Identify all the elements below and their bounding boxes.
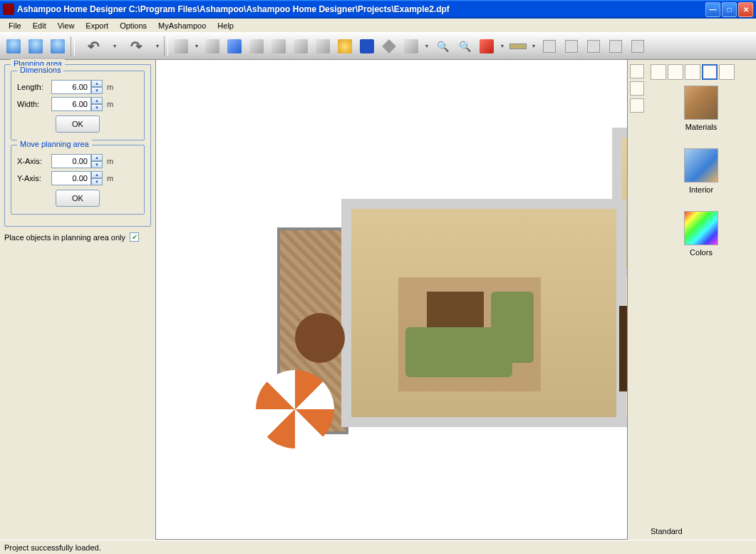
catalog-footer: Standard — [651, 523, 752, 535]
minimize-button[interactable]: — — [705, 2, 720, 17]
x-down[interactable]: ▼ — [91, 161, 103, 168]
floor-button[interactable] — [378, 36, 400, 57]
object-1-dropdown[interactable] — [192, 43, 201, 49]
toolbar: ↶ ↷ 🔍 🔍 — [0, 33, 756, 60]
y-unit: m — [107, 174, 113, 183]
colors-icon — [684, 211, 718, 245]
tool-4-button[interactable] — [605, 36, 626, 57]
tool-2-button[interactable] — [561, 36, 582, 57]
x-axis-label: X-Axis: — [17, 157, 47, 165]
category-materials[interactable]: Materials — [651, 86, 752, 131]
y-axis-label: Y-Axis: — [17, 174, 47, 183]
materials-label: Materials — [685, 123, 718, 131]
tool-1-button[interactable] — [539, 36, 560, 57]
object-8-dropdown[interactable] — [423, 43, 431, 49]
width-up[interactable]: ▲ — [91, 97, 103, 104]
x-axis-input[interactable] — [51, 154, 91, 168]
menu-export[interactable]: Export — [80, 20, 114, 31]
object-4-button[interactable] — [246, 36, 267, 57]
place-objects-label: Place objects in planning area only — [4, 233, 125, 242]
tool-5-button[interactable] — [627, 36, 648, 57]
length-label: Length: — [17, 83, 47, 91]
x-up[interactable]: ▲ — [91, 154, 103, 161]
menubar: File Edit View Export Options MyAshampoo… — [0, 19, 756, 33]
view-top-button[interactable] — [3, 36, 24, 57]
move-group: Move planning area X-Axis: ▲▼ m Y-Axis: … — [11, 145, 145, 215]
render-dropdown[interactable] — [498, 43, 507, 49]
close-button[interactable]: ✕ — [738, 2, 753, 17]
object-6-button[interactable] — [290, 36, 311, 57]
length-input[interactable] — [51, 80, 91, 94]
catalog-tab-4[interactable] — [702, 64, 718, 80]
nav-folder-button[interactable] — [630, 81, 644, 96]
render-button[interactable] — [476, 36, 497, 57]
viewport-canvas[interactable] — [155, 60, 628, 540]
nav-open-button[interactable] — [630, 98, 644, 113]
width-label: Width: — [17, 100, 47, 108]
menu-myashampoo[interactable]: MyAshampoo — [152, 20, 212, 31]
object-8-button[interactable] — [400, 36, 422, 57]
status-bar: Project successfully loaded. — [0, 540, 756, 554]
redo-button[interactable]: ↷ — [120, 36, 152, 57]
place-objects-checkbox[interactable]: ✔ — [130, 232, 139, 242]
floor-plan-3d — [277, 128, 628, 434]
menu-file[interactable]: File — [3, 20, 27, 31]
zoom-in-button[interactable]: 🔍 — [432, 36, 453, 57]
menu-edit[interactable]: Edit — [27, 20, 52, 31]
y-axis-input[interactable] — [51, 171, 91, 185]
roof-button[interactable] — [356, 36, 378, 57]
object-1-button[interactable] — [170, 36, 192, 57]
undo-dropdown[interactable] — [110, 43, 119, 49]
width-down[interactable]: ▼ — [91, 104, 103, 111]
object-5-button[interactable] — [268, 36, 289, 57]
left-panel: Planning area Dimensions Length: ▲▼ m Wi… — [0, 60, 155, 540]
planning-area-group: Planning area Dimensions Length: ▲▼ m Wi… — [4, 64, 151, 227]
y-down[interactable]: ▼ — [91, 178, 103, 185]
catalog-tab-1[interactable] — [651, 64, 666, 80]
maximize-button[interactable]: □ — [722, 2, 737, 17]
window-title: Ashampoo Home Designer C:\Program Files\… — [17, 4, 705, 14]
colors-label: Colors — [690, 248, 713, 257]
category-colors[interactable]: Colors — [651, 211, 752, 257]
view-3d-button[interactable] — [47, 36, 68, 57]
materials-icon — [684, 86, 718, 120]
y-up[interactable]: ▲ — [91, 171, 103, 178]
length-unit: m — [107, 83, 113, 91]
dimensions-title: Dimensions — [17, 66, 63, 74]
view-perspective-button[interactable] — [25, 36, 46, 57]
interior-label: Interior — [689, 185, 713, 194]
undo-button[interactable]: ↶ — [77, 36, 110, 57]
object-3-button[interactable] — [224, 36, 245, 57]
ruler-dropdown[interactable] — [529, 43, 538, 49]
tool-3-button[interactable] — [583, 36, 604, 57]
object-7-button[interactable] — [312, 36, 333, 57]
app-icon — [3, 4, 14, 15]
menu-view[interactable]: View — [52, 20, 81, 31]
catalog-tab-5[interactable] — [719, 64, 735, 80]
x-unit: m — [107, 157, 113, 165]
move-ok-button[interactable]: OK — [56, 190, 100, 207]
dimensions-group: Dimensions Length: ▲▼ m Width: ▲▼ m — [11, 71, 145, 140]
nav-home-button[interactable] — [630, 64, 644, 78]
catalog-tab-3[interactable] — [685, 64, 700, 80]
right-column — [628, 60, 646, 540]
width-unit: m — [107, 100, 113, 108]
width-input[interactable] — [51, 97, 91, 111]
interior-icon — [684, 148, 718, 183]
titlebar: Ashampoo Home Designer C:\Program Files\… — [0, 0, 756, 19]
menu-help[interactable]: Help — [212, 20, 239, 31]
object-2-button[interactable] — [202, 36, 223, 57]
redo-dropdown[interactable] — [153, 43, 162, 49]
catalog-tabs — [651, 64, 752, 80]
menu-options[interactable]: Options — [114, 20, 152, 31]
status-text: Project successfully loaded. — [4, 543, 101, 552]
dimensions-ok-button[interactable]: OK — [56, 116, 100, 133]
light-button[interactable] — [334, 36, 356, 57]
right-panel: Materials Interior Colors Standard — [646, 60, 756, 540]
length-up[interactable]: ▲ — [91, 80, 103, 87]
ruler-button[interactable] — [507, 36, 529, 57]
category-interior[interactable]: Interior — [651, 148, 752, 194]
zoom-out-button[interactable]: 🔍 — [454, 36, 475, 57]
length-down[interactable]: ▼ — [91, 87, 103, 94]
catalog-tab-2[interactable] — [668, 64, 683, 80]
